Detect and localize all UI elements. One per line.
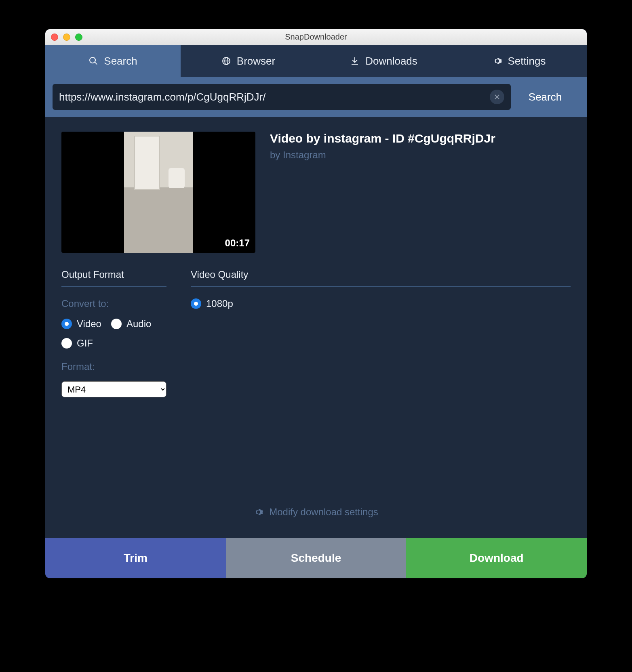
download-button-label: Download (470, 552, 524, 565)
trim-button-label: Trim (124, 552, 147, 565)
main-tabs: Search Browser Downloads Settings (45, 45, 587, 77)
output-format-header: Output Format (61, 269, 166, 287)
convert-radio-group: Video Audio GIF (61, 318, 166, 349)
radio-1080p[interactable]: 1080p (191, 298, 571, 309)
url-input[interactable] (59, 91, 490, 103)
action-bar: Trim Schedule Download (45, 538, 587, 578)
close-icon (493, 93, 501, 101)
content-area: 00:17 Video by instagram - ID #CgUgqRRjD… (45, 117, 587, 538)
video-duration: 00:17 (225, 237, 250, 249)
radio-dot-icon (61, 338, 72, 349)
tab-settings[interactable]: Settings (451, 45, 587, 77)
modify-download-settings[interactable]: Modify download settings (61, 498, 571, 530)
download-arrow-icon (350, 56, 360, 66)
radio-gif[interactable]: GIF (61, 338, 93, 349)
radio-label: GIF (77, 338, 93, 349)
video-quality-section: Video Quality 1080p (191, 269, 571, 397)
convert-to-label: Convert to: (61, 298, 166, 309)
download-button[interactable]: Download (406, 538, 587, 578)
tab-label: Settings (508, 55, 546, 67)
schedule-button[interactable]: Schedule (226, 538, 407, 578)
close-window-button[interactable] (51, 34, 58, 41)
maximize-window-button[interactable] (75, 34, 82, 41)
minimize-window-button[interactable] (63, 34, 70, 41)
globe-icon (221, 56, 231, 66)
tab-label: Downloads (365, 55, 417, 67)
schedule-button-label: Schedule (291, 552, 341, 565)
video-title: Video by instagram - ID #CgUgqRRjDJr (270, 132, 495, 145)
tab-browser[interactable]: Browser (181, 45, 316, 77)
format-label: Format: (61, 361, 166, 372)
searchbar: Search (45, 77, 587, 117)
tab-label: Browser (237, 55, 275, 67)
tab-search[interactable]: Search (45, 45, 181, 77)
quality-radio-group: 1080p (191, 298, 571, 309)
video-quality-header: Video Quality (191, 269, 571, 287)
video-source: by Instagram (270, 149, 495, 161)
gear-icon (254, 507, 263, 517)
app-window: SnapDownloader Search Browser Downloads … (45, 29, 587, 578)
radio-dot-icon (111, 319, 122, 329)
radio-video[interactable]: Video (61, 318, 101, 330)
clear-input-button[interactable] (490, 90, 504, 104)
thumbnail-image (124, 132, 193, 253)
radio-audio[interactable]: Audio (111, 318, 151, 330)
radio-label: 1080p (206, 298, 233, 309)
url-input-wrap (53, 84, 511, 110)
tab-label: Search (104, 55, 137, 67)
tab-downloads[interactable]: Downloads (316, 45, 451, 77)
video-metadata: Video by instagram - ID #CgUgqRRjDJr by … (270, 132, 495, 253)
video-thumbnail: 00:17 (61, 132, 255, 253)
search-button-label: Search (529, 91, 562, 103)
radio-dot-icon (191, 298, 201, 309)
search-icon (88, 56, 98, 66)
radio-dot-icon (61, 319, 72, 329)
radio-label: Video (77, 318, 101, 330)
modify-settings-label: Modify download settings (269, 506, 378, 518)
format-select[interactable]: MP4 (61, 381, 166, 397)
search-button[interactable]: Search (511, 84, 579, 110)
radio-label: Audio (126, 318, 151, 330)
titlebar: SnapDownloader (45, 29, 587, 45)
output-format-section: Output Format Convert to: Video Audio GI… (61, 269, 166, 397)
gear-icon (493, 56, 502, 66)
trim-button[interactable]: Trim (45, 538, 226, 578)
window-controls (51, 34, 82, 41)
window-title: SnapDownloader (285, 32, 347, 42)
